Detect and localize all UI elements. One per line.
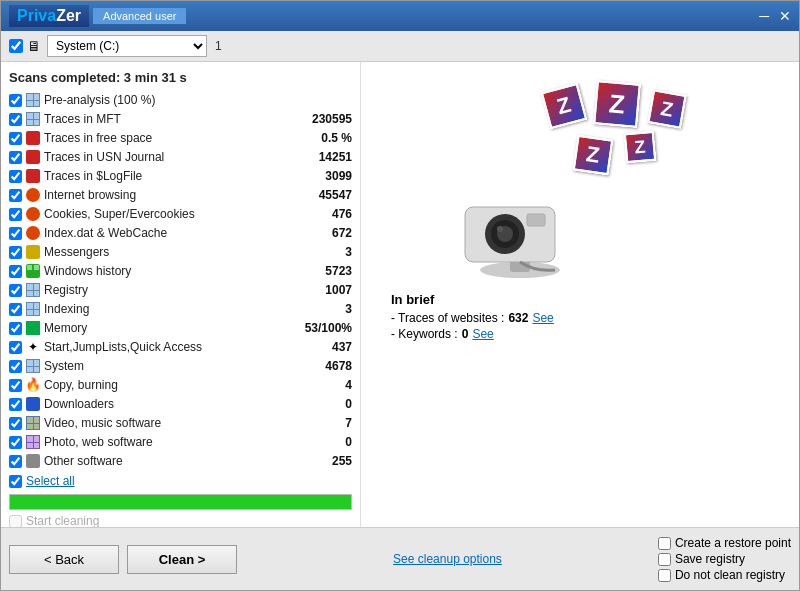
keywords-label: - Keywords : [391,327,458,341]
close-button[interactable]: ✕ [779,8,791,24]
footer: < Back Clean > See cleanup options Creat… [1,527,799,590]
item-icon [25,130,41,146]
item-checkbox[interactable] [9,151,22,164]
list-item: Downloaders 0 [9,395,352,413]
item-label: Indexing [44,300,312,318]
item-checkbox[interactable] [9,94,22,107]
list-item: Index.dat & WebCache 672 [9,224,352,242]
item-checkbox[interactable] [9,417,22,430]
item-checkbox[interactable] [9,360,22,373]
item-label: Traces in USN Journal [44,148,312,166]
item-checkbox[interactable] [9,246,22,259]
list-item: Other software 255 [9,452,352,470]
clean-button[interactable]: Clean > [127,545,237,574]
item-checkbox[interactable] [9,170,22,183]
camera-icon [445,162,595,282]
do-not-clean-row: Do not clean registry [658,568,791,582]
item-label: Pre-analysis (100 %) [44,91,312,109]
item-checkbox[interactable] [9,379,22,392]
item-count: 45547 [312,186,352,204]
item-icon [25,282,41,298]
item-count: 53/100% [305,319,352,337]
item-icon: ✦ [25,339,41,355]
z-icon-4: Z [624,131,657,164]
right-panel: Z Z Z Z Z [361,62,799,527]
user-badge: Advanced user [93,8,186,24]
item-checkbox[interactable] [9,398,22,411]
item-checkbox[interactable] [9,436,22,449]
list-item: Memory 53/100% [9,319,352,337]
item-checkbox[interactable] [9,284,22,297]
item-checkbox[interactable] [9,227,22,240]
item-label: Start,JumpLists,Quick Access [44,338,312,356]
do-not-clean-checkbox[interactable] [658,569,671,582]
footer-left: < Back Clean > [9,545,237,574]
item-label: Copy, burning [44,376,312,394]
svg-rect-7 [527,214,545,226]
item-label: Photo, web software [44,433,312,451]
keywords-see[interactable]: See [472,327,493,341]
list-item: Traces in MFT 230595 [9,110,352,128]
traces-websites-see[interactable]: See [532,311,553,325]
create-restore-checkbox[interactable] [658,537,671,550]
item-icon [25,358,41,374]
start-cleaning-label: Start cleaning [26,514,99,527]
start-cleaning-row: Start cleaning [9,514,352,527]
list-item: Windows history 5723 [9,262,352,280]
keywords-line: - Keywords : 0 See [391,327,789,341]
item-checkbox[interactable] [9,341,22,354]
item-label: Messengers [44,243,312,261]
traces-websites-count: 632 [508,311,528,325]
item-checkbox[interactable] [9,455,22,468]
select-all-link[interactable]: Select all [26,474,75,488]
footer-right: Create a restore point Save registry Do … [658,536,791,582]
list-item: Traces in $LogFile 3099 [9,167,352,185]
item-checkbox[interactable] [9,208,22,221]
list-item: Indexing 3 [9,300,352,318]
item-label: Traces in MFT [44,110,312,128]
traces-websites-line: - Traces of websites : 632 See [391,311,789,325]
minimize-button[interactable]: ─ [759,8,769,24]
list-item: ✦ Start,JumpLists,Quick Access 437 [9,338,352,356]
item-checkbox[interactable] [9,303,22,316]
drive-select: 🖥 System (C:) 1 [9,35,222,57]
app-name-priva: Priva [17,7,56,24]
see-cleanup-link[interactable]: See cleanup options [247,552,648,566]
left-panel: Scans completed: 3 min 31 s Pre-analysis… [1,62,361,527]
item-label: Internet browsing [44,186,312,204]
list-item: Photo, web software 0 [9,433,352,451]
item-label: Traces in free space [44,129,312,147]
select-all-checkbox[interactable] [9,475,22,488]
item-label: Other software [44,452,312,470]
drive-checkbox[interactable] [9,39,23,53]
list-item: 🔥 Copy, burning 4 [9,376,352,394]
save-registry-checkbox[interactable] [658,553,671,566]
back-button[interactable]: < Back [9,545,119,574]
item-icon [25,187,41,203]
title-bar: PrivaZer Advanced user ─ ✕ [1,1,799,31]
illustration-area: Z Z Z Z Z [445,82,715,282]
drive-dropdown[interactable]: System (C:) [47,35,207,57]
item-count: 3 [312,300,352,318]
item-count: 476 [312,205,352,223]
item-label: Registry [44,281,312,299]
traces-websites-label: - Traces of websites : [391,311,504,325]
item-checkbox[interactable] [9,113,22,126]
window-controls[interactable]: ─ ✕ [759,8,791,24]
item-count: 3099 [312,167,352,185]
main-window: PrivaZer Advanced user ─ ✕ 🖥 System (C:)… [0,0,800,591]
item-label: Traces in $LogFile [44,167,312,185]
item-checkbox[interactable] [9,189,22,202]
start-cleaning-checkbox[interactable] [9,515,22,528]
brief-box: In brief - Traces of websites : 632 See … [371,292,789,343]
item-checkbox[interactable] [9,132,22,145]
list-item: Internet browsing 45547 [9,186,352,204]
drive-num: 1 [215,39,222,53]
item-checkbox[interactable] [9,265,22,278]
item-checkbox[interactable] [9,322,22,335]
item-count: 4678 [312,357,352,375]
z-icon-2: Z [593,80,641,128]
item-icon [25,149,41,165]
item-icon [25,111,41,127]
item-icon [25,263,41,279]
